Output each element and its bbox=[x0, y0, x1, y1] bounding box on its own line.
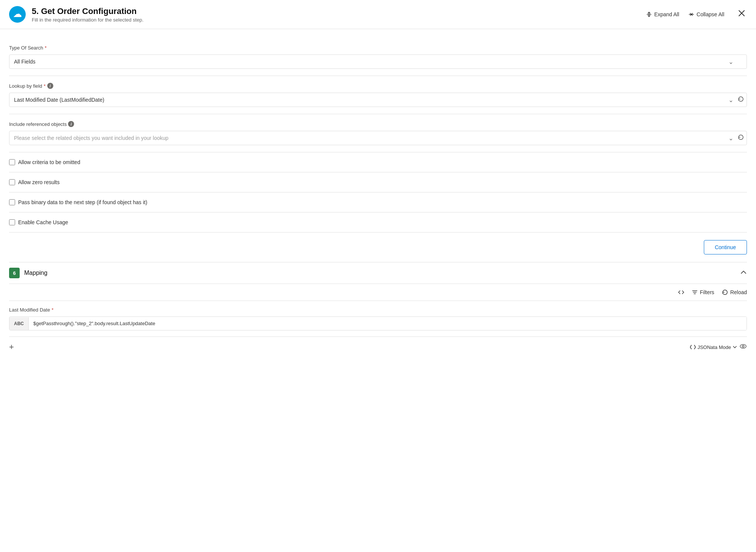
reload-icon bbox=[722, 289, 728, 295]
allow-zero-results-checkbox[interactable] bbox=[9, 179, 15, 185]
abc-badge: ABC bbox=[9, 317, 29, 330]
mapping-field: Last Modified Date * ABC $getPassthrough… bbox=[9, 301, 747, 337]
lookup-by-field-group: Lookup by field * i Last Modified Date (… bbox=[9, 76, 747, 114]
type-of-search-wrapper: All Fields ⌄ bbox=[9, 54, 747, 69]
continue-button[interactable]: Continue bbox=[704, 240, 747, 254]
type-of-search-group: Type Of Search * All Fields ⌄ bbox=[9, 38, 747, 76]
pass-binary-checkbox[interactable] bbox=[9, 199, 15, 205]
jsonata-row: JSONata Mode bbox=[690, 343, 747, 352]
filters-button[interactable]: Filters bbox=[692, 289, 714, 295]
type-of-search-select[interactable]: All Fields bbox=[9, 54, 747, 69]
main-content: Type Of Search * All Fields ⌄ Lookup by … bbox=[0, 29, 756, 552]
allow-criteria-row: Allow criteria to be omitted bbox=[9, 159, 747, 165]
code-view-button[interactable] bbox=[678, 289, 684, 295]
svg-point-3 bbox=[742, 345, 744, 347]
lookup-refresh-icon[interactable] bbox=[738, 96, 744, 104]
continue-row: Continue bbox=[9, 233, 747, 262]
allow-criteria-group: Allow criteria to be omitted bbox=[9, 152, 747, 172]
allow-criteria-label[interactable]: Allow criteria to be omitted bbox=[18, 159, 80, 165]
reload-button[interactable]: Reload bbox=[722, 289, 747, 295]
include-referenced-group: Include referenced objects i Please sele… bbox=[9, 114, 747, 152]
include-referenced-input[interactable]: Please select the related objects you wa… bbox=[9, 131, 747, 145]
svg-text:☁: ☁ bbox=[13, 9, 22, 19]
type-of-search-label: Type Of Search * bbox=[9, 45, 747, 51]
expand-all-button[interactable]: Expand All bbox=[646, 11, 679, 17]
allow-zero-results-group: Allow zero results bbox=[9, 172, 747, 192]
header-actions: Expand All Collapse All bbox=[646, 8, 747, 21]
lookup-by-field-select[interactable]: Last Modified Date (LastModifiedDate) bbox=[9, 93, 747, 107]
svg-point-2 bbox=[740, 344, 746, 348]
page-title: 5. Get Order Configuration bbox=[32, 6, 646, 16]
collapse-all-icon bbox=[688, 11, 694, 17]
chevron-up-icon bbox=[740, 269, 747, 278]
enable-cache-label[interactable]: Enable Cache Usage bbox=[18, 219, 68, 225]
code-icon bbox=[678, 289, 684, 295]
include-referenced-label: Include referenced objects i bbox=[9, 121, 747, 127]
mapping-title: Mapping bbox=[24, 270, 740, 276]
page-container: ☁ 5. Get Order Configuration Fill in the… bbox=[0, 0, 756, 552]
close-button[interactable] bbox=[736, 8, 747, 21]
mapping-field-label: Last Modified Date * bbox=[9, 307, 747, 313]
enable-cache-row: Enable Cache Usage bbox=[9, 219, 747, 225]
include-refresh-icon[interactable] bbox=[738, 134, 744, 142]
chevron-down-icon bbox=[733, 345, 737, 349]
header-text: 5. Get Order Configuration Fill in the r… bbox=[32, 6, 646, 23]
mapping-value-text[interactable]: $getPassthrough()."step_2".body.result.L… bbox=[29, 317, 747, 330]
allow-criteria-checkbox[interactable] bbox=[9, 159, 15, 165]
lookup-info-icon[interactable]: i bbox=[47, 83, 53, 89]
enable-cache-group: Enable Cache Usage bbox=[9, 212, 747, 233]
enable-cache-checkbox[interactable] bbox=[9, 219, 15, 225]
lookup-by-field-label: Lookup by field * i bbox=[9, 83, 747, 89]
page-subtitle: Fill in the required information for the… bbox=[32, 17, 646, 23]
mapping-required-star: * bbox=[51, 307, 53, 313]
pass-binary-label[interactable]: Pass binary data to the next step (if fo… bbox=[18, 199, 147, 205]
mapping-value-row: ABC $getPassthrough()."step_2".body.resu… bbox=[9, 316, 747, 330]
mapping-section: 6 Mapping Filter bbox=[9, 262, 747, 357]
mapping-header[interactable]: 6 Mapping bbox=[9, 262, 747, 284]
eye-icon bbox=[739, 343, 747, 350]
collapse-all-button[interactable]: Collapse All bbox=[688, 11, 724, 17]
lookup-by-field-wrapper: Last Modified Date (LastModifiedDate) ⌄ bbox=[9, 93, 747, 107]
salesforce-logo: ☁ bbox=[9, 6, 26, 23]
code-brackets-icon bbox=[690, 344, 696, 350]
required-star: * bbox=[45, 45, 46, 51]
preview-button[interactable] bbox=[739, 343, 747, 352]
allow-zero-results-row: Allow zero results bbox=[9, 179, 747, 185]
filters-icon bbox=[692, 289, 698, 295]
jsonata-mode-button[interactable]: JSONata Mode bbox=[690, 344, 737, 350]
include-referenced-wrapper: Please select the related objects you wa… bbox=[9, 131, 747, 145]
mapping-toolbar: Filters Reload bbox=[9, 284, 747, 301]
mapping-badge: 6 bbox=[9, 268, 20, 278]
header: ☁ 5. Get Order Configuration Fill in the… bbox=[0, 0, 756, 29]
allow-zero-results-label[interactable]: Allow zero results bbox=[18, 179, 60, 185]
required-star-2: * bbox=[43, 83, 45, 89]
close-icon bbox=[738, 9, 745, 17]
pass-binary-row: Pass binary data to the next step (if fo… bbox=[9, 199, 747, 205]
include-info-icon[interactable]: i bbox=[68, 121, 74, 127]
expand-all-icon bbox=[646, 11, 652, 17]
add-button[interactable]: + bbox=[9, 342, 14, 352]
pass-binary-group: Pass binary data to the next step (if fo… bbox=[9, 192, 747, 212]
mapping-footer: + JSONata Mode bbox=[9, 337, 747, 357]
